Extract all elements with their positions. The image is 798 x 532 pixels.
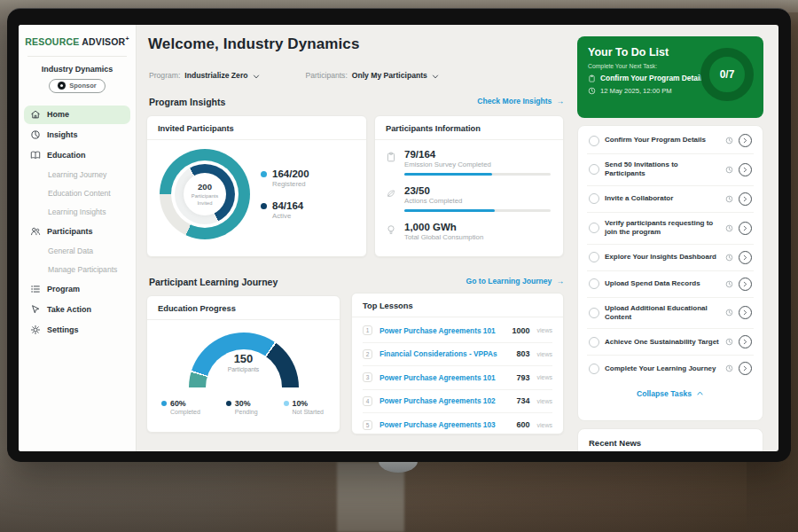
sidebar-item-education[interactable]: Education xyxy=(24,146,130,165)
clipboard-icon xyxy=(386,149,397,176)
gauge-center-value: 150 xyxy=(189,352,299,365)
participants-filter-dropdown[interactable]: Participants: Only My Participants xyxy=(306,71,439,80)
check-more-insights-link[interactable]: Check More Insights → xyxy=(477,97,564,106)
task-row-verify-participants[interactable]: Verify participants requesting to join t… xyxy=(587,213,754,245)
task-row-complete-learning-journey[interactable]: Complete Your Learning Journey xyxy=(587,356,754,381)
chevron-right-icon[interactable] xyxy=(739,278,752,291)
task-checkbox[interactable] xyxy=(589,308,599,318)
collapse-tasks-link[interactable]: Collapse Tasks xyxy=(587,381,754,398)
insights-icon xyxy=(30,129,41,140)
workspace-name: Industry Dynamics xyxy=(19,65,136,74)
take-action-icon xyxy=(30,304,41,315)
lesson-link[interactable]: Power Purchase Agreements 102 xyxy=(379,396,509,405)
legend-active: 84/164 Active xyxy=(261,200,309,220)
arrow-right-icon: → xyxy=(556,97,564,106)
sidebar-item-general-data[interactable]: General Data xyxy=(24,243,130,260)
clock-icon xyxy=(725,338,733,346)
lesson-link[interactable]: Power Purchase Agreements 101 xyxy=(379,326,505,335)
task-checkbox[interactable] xyxy=(589,193,599,204)
sidebar-item-learning-journey[interactable]: Learning Journey xyxy=(24,167,130,184)
program-filter-dropdown[interactable]: Program: Industrialize Zero xyxy=(149,71,260,80)
emission-survey-stat: 79/164 Emission Survey Completed xyxy=(386,149,551,176)
chevron-right-icon[interactable] xyxy=(739,362,752,375)
todo-task-list: Confirm Your Program Details Send 50 Inv… xyxy=(577,125,763,421)
lesson-row[interactable]: 2 Financial Considerations - VPPAs 803 v… xyxy=(363,343,552,367)
filters-row: Program: Industrialize Zero Participants… xyxy=(149,71,439,80)
legend-dot xyxy=(284,401,289,406)
education-icon xyxy=(30,150,41,160)
progress-track xyxy=(404,209,551,212)
lesson-row[interactable]: 4 Power Purchase Agreements 102 734 view… xyxy=(363,390,552,414)
task-checkbox[interactable] xyxy=(589,278,599,289)
chevron-right-icon[interactable] xyxy=(739,192,752,206)
clock-icon xyxy=(725,137,733,145)
chevron-right-icon[interactable] xyxy=(739,335,752,348)
sidebar-item-insights[interactable]: Insights xyxy=(24,126,130,145)
invited-participants-card: Invited Participants 200 Participants In… xyxy=(146,115,367,257)
card-title: Education Progress xyxy=(147,296,340,320)
lesson-row[interactable]: 5 Power Purchase Agreements 103 600 view… xyxy=(363,413,552,437)
task-row-upload-educational-content[interactable]: Upload Additional Educational Content xyxy=(587,298,754,330)
chevron-right-icon[interactable] xyxy=(739,222,752,235)
consumption-stat: 1,000 GWh Total Global Consumption xyxy=(386,222,551,241)
sidebar-item-program[interactable]: Program xyxy=(24,280,130,299)
app-logo: RESOURCE ADVISOR+ xyxy=(19,25,136,47)
clock-icon xyxy=(725,364,733,372)
sidebar-item-home[interactable]: Home xyxy=(24,106,130,124)
task-row-achieve-target[interactable]: Achieve One Sustainability Target xyxy=(587,329,754,356)
sidebar-nav: Home Insights Education Learning Journey xyxy=(19,106,136,340)
rank-badge: 2 xyxy=(363,349,372,359)
chevron-right-icon[interactable] xyxy=(739,163,752,176)
rank-badge: 5 xyxy=(363,420,372,430)
task-row-explore-insights[interactable]: Explore Your Insights Dashboard xyxy=(587,245,754,271)
monitor-stand-neck xyxy=(337,462,404,532)
donut-center-value: 200 xyxy=(198,182,212,192)
education-gauge-chart: 150 Participants xyxy=(189,332,299,388)
participants-information-card: Participants Information 79/164 Emission… xyxy=(374,115,564,257)
legend-registered: 164/200 Registered xyxy=(261,168,309,188)
task-checkbox[interactable] xyxy=(589,223,599,233)
settings-icon xyxy=(30,325,41,335)
legend-pending: 30% Pending xyxy=(226,399,258,415)
actions-completed-stat: 23/50 Actions Completed xyxy=(386,185,551,212)
progress-fill xyxy=(404,173,492,176)
progress-fill xyxy=(404,209,495,212)
legend-dot xyxy=(226,401,231,406)
task-checkbox[interactable] xyxy=(589,136,599,146)
task-row-send-invitations[interactable]: Send 50 Invitations to Participants xyxy=(587,154,754,186)
sidebar-item-learning-insights[interactable]: Learning Insights xyxy=(24,204,130,221)
go-to-learning-journey-link[interactable]: Go to Learning Journey → xyxy=(466,277,564,286)
clock-icon xyxy=(725,309,733,317)
participants-icon xyxy=(30,226,41,237)
lesson-link[interactable]: Power Purchase Agreements 103 xyxy=(379,420,509,429)
lesson-link[interactable]: Financial Considerations - VPPAs xyxy=(379,349,509,358)
home-icon xyxy=(30,109,41,120)
task-checkbox[interactable] xyxy=(589,252,599,262)
sidebar-item-settings[interactable]: Settings xyxy=(24,321,130,340)
todo-progress-ring: 0/7 xyxy=(700,48,754,101)
task-row-upload-spend-data[interactable]: Upload Spend Data Records xyxy=(587,271,754,298)
dashboard-screen: RESOURCE ADVISOR+ Industry Dynamics Spon… xyxy=(19,25,778,451)
task-row-confirm-program[interactable]: Confirm Your Program Details xyxy=(587,128,754,154)
sidebar-item-take-action[interactable]: Take Action xyxy=(24,301,130,319)
gauge-center-label: Participants xyxy=(189,366,299,372)
chevron-right-icon[interactable] xyxy=(739,251,752,264)
task-checkbox[interactable] xyxy=(589,364,599,374)
gauge-legend: 60% Completed 30% Pending 10% Not Starte… xyxy=(147,388,340,415)
lesson-link[interactable]: Power Purchase Agreements 101 xyxy=(379,373,509,382)
sidebar-item-participants[interactable]: Participants xyxy=(24,223,130,241)
lesson-row[interactable]: 3 Power Purchase Agreements 101 793 view… xyxy=(363,366,552,390)
clock-icon xyxy=(725,195,733,203)
legend-not-started: 10% Not Started xyxy=(284,399,324,415)
program-insights-heading: Program Insights xyxy=(149,97,225,107)
clock-icon xyxy=(588,87,596,95)
lesson-row[interactable]: 1 Power Purchase Agreements 101 1000 vie… xyxy=(363,319,552,343)
task-checkbox[interactable] xyxy=(589,337,599,348)
task-checkbox[interactable] xyxy=(589,164,599,175)
sidebar-item-education-content[interactable]: Education Content xyxy=(24,185,130,202)
task-row-invite-collaborator[interactable]: Invite a Collaborator xyxy=(587,186,754,213)
chevron-right-icon[interactable] xyxy=(739,134,752,147)
chevron-right-icon[interactable] xyxy=(739,306,752,319)
sidebar-item-manage-participants[interactable]: Manage Participants xyxy=(24,262,130,278)
sponsor-badge[interactable]: Sponsor xyxy=(49,79,106,93)
